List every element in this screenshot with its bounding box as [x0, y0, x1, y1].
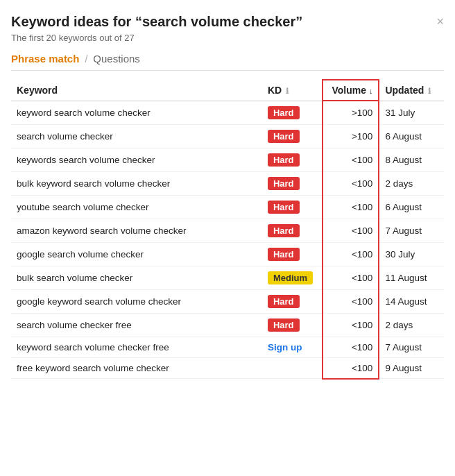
- cell-volume: >100: [323, 124, 379, 148]
- cell-volume: <100: [323, 148, 379, 171]
- cell-keyword: youtube search volume checker: [11, 195, 262, 219]
- signup-link[interactable]: Sign up: [268, 342, 302, 352]
- table-row: keyword search volume checker freeSign u…: [11, 337, 444, 357]
- cell-updated: 7 August: [379, 337, 444, 357]
- cell-updated: 31 July: [379, 101, 444, 124]
- col-header-updated: Updated ℹ: [379, 80, 444, 101]
- table-header-row: Keyword KD ℹ Volume ↓ Updated ℹ: [11, 80, 444, 101]
- table-row: bulk keyword search volume checkerHard<1…: [11, 171, 444, 195]
- cell-keyword: bulk keyword search volume checker: [11, 171, 262, 195]
- cell-kd: Hard: [262, 101, 323, 124]
- tab-questions[interactable]: Questions: [93, 53, 140, 65]
- page-title: Keyword ideas for “search volume checker…: [11, 14, 302, 30]
- close-button[interactable]: ×: [436, 15, 444, 28]
- tab-phrase-match[interactable]: Phrase match: [11, 53, 79, 65]
- title-prefix: Keyword ideas for “: [11, 14, 142, 29]
- cell-keyword: keyword search volume checker free: [11, 337, 262, 357]
- cell-updated: 6 August: [379, 124, 444, 148]
- table-row: bulk search volume checkerMedium<10011 A…: [11, 266, 444, 289]
- col-header-keyword: Keyword: [11, 80, 262, 101]
- cell-keyword: amazon keyword search volume checker: [11, 219, 262, 242]
- keywords-table: Keyword KD ℹ Volume ↓ Updated ℹ keyword …: [11, 79, 444, 380]
- table-row: google search volume checkerHard<10030 J…: [11, 242, 444, 266]
- badge-hard: Hard: [268, 177, 300, 190]
- badge-hard: Hard: [268, 201, 300, 214]
- cell-kd: Hard: [262, 148, 323, 171]
- cell-keyword: search volume checker: [11, 124, 262, 148]
- badge-hard: Hard: [268, 106, 300, 119]
- cell-kd: Hard: [262, 219, 323, 242]
- volume-sort-icon: ↓: [369, 87, 373, 95]
- table-row: keywords search volume checkerHard<1008 …: [11, 148, 444, 171]
- badge-hard: Hard: [268, 295, 300, 308]
- cell-keyword: keywords search volume checker: [11, 148, 262, 171]
- cell-updated: 7 August: [379, 219, 444, 242]
- cell-volume: <100: [323, 171, 379, 195]
- cell-updated: 2 days: [379, 313, 444, 337]
- tab-separator: /: [85, 53, 87, 65]
- updated-info-icon[interactable]: ℹ: [428, 87, 431, 95]
- table-row: search volume checkerHard>1006 August: [11, 124, 444, 148]
- cell-volume: <100: [323, 195, 379, 219]
- table-row: google keyword search volume checkerHard…: [11, 289, 444, 313]
- kd-info-icon[interactable]: ℹ: [286, 87, 289, 95]
- table-row: amazon keyword search volume checkerHard…: [11, 219, 444, 242]
- cell-kd: Hard: [262, 195, 323, 219]
- cell-keyword: search volume checker free: [11, 313, 262, 337]
- cell-kd: Hard: [262, 242, 323, 266]
- cell-volume: <100: [323, 337, 379, 357]
- header: Keyword ideas for “search volume checker…: [11, 14, 444, 30]
- subtitle: The first 20 keywords out of 27: [11, 33, 444, 43]
- title-query: search volume checker: [142, 14, 295, 29]
- cell-volume: <100: [323, 242, 379, 266]
- cell-updated: 9 August: [379, 357, 444, 379]
- badge-medium: Medium: [268, 271, 313, 284]
- cell-volume: <100: [323, 219, 379, 242]
- table-row: keyword search volume checkerHard>10031 …: [11, 101, 444, 124]
- badge-hard: Hard: [268, 248, 300, 261]
- cell-updated: 6 August: [379, 195, 444, 219]
- cell-updated: 2 days: [379, 171, 444, 195]
- cell-keyword: keyword search volume checker: [11, 101, 262, 124]
- col-header-volume[interactable]: Volume ↓: [323, 80, 379, 101]
- cell-volume: >100: [323, 101, 379, 124]
- table-row: youtube search volume checkerHard<1006 A…: [11, 195, 444, 219]
- badge-hard: Hard: [268, 224, 300, 237]
- cell-volume: <100: [323, 289, 379, 313]
- col-header-kd: KD ℹ: [262, 80, 323, 101]
- cell-updated: 11 August: [379, 266, 444, 289]
- cell-keyword: free keyword search volume checker: [11, 357, 262, 379]
- cell-volume: <100: [323, 313, 379, 337]
- badge-hard: Hard: [268, 153, 300, 167]
- cell-keyword: bulk search volume checker: [11, 266, 262, 289]
- badge-hard: Hard: [268, 318, 300, 332]
- cell-updated: 8 August: [379, 148, 444, 171]
- cell-kd: Hard: [262, 289, 323, 313]
- table-row: search volume checker freeHard<1002 days: [11, 313, 444, 337]
- cell-kd: Hard: [262, 171, 323, 195]
- cell-updated: 30 July: [379, 242, 444, 266]
- cell-volume: <100: [323, 266, 379, 289]
- cell-kd: Hard: [262, 124, 323, 148]
- cell-kd: [262, 357, 323, 379]
- table-row: free keyword search volume checker<1009 …: [11, 357, 444, 379]
- cell-updated: 14 August: [379, 289, 444, 313]
- tabs-bar: Phrase match / Questions: [11, 53, 444, 71]
- cell-volume: <100: [323, 357, 379, 379]
- cell-keyword: google keyword search volume checker: [11, 289, 262, 313]
- badge-hard: Hard: [268, 130, 300, 143]
- cell-kd: Medium: [262, 266, 323, 289]
- title-suffix: ”: [295, 14, 302, 29]
- cell-keyword: google search volume checker: [11, 242, 262, 266]
- cell-kd[interactable]: Sign up: [262, 337, 323, 357]
- cell-kd: Hard: [262, 313, 323, 337]
